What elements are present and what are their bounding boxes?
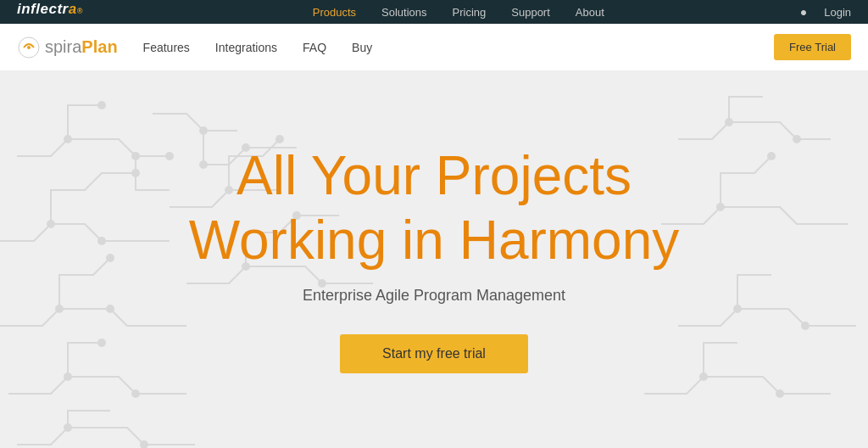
- hero-title-line1: All Your Projects: [189, 146, 680, 205]
- login-link[interactable]: Login: [824, 6, 851, 19]
- hero-subtitle: Enterprise Agile Program Management: [189, 287, 680, 305]
- search-icon[interactable]: ●: [800, 5, 807, 19]
- nav-pricing[interactable]: Pricing: [453, 6, 487, 19]
- svg-point-1: [27, 46, 31, 49]
- sub-nav-faq[interactable]: FAQ: [303, 41, 326, 54]
- svg-point-6: [98, 102, 105, 109]
- svg-point-11: [107, 305, 114, 312]
- sub-navigation: spiraPlan Features Integrations FAQ Buy …: [0, 24, 868, 71]
- hero-cta-button[interactable]: Start my free trial: [340, 334, 528, 373]
- nav-about[interactable]: About: [576, 6, 604, 19]
- svg-point-28: [717, 204, 724, 210]
- svg-point-18: [200, 127, 207, 134]
- svg-point-26: [726, 119, 732, 126]
- logo-plan-text: Plan: [81, 37, 117, 57]
- top-nav-right: ● Login: [800, 5, 851, 19]
- sub-nav-integrations[interactable]: Integrations: [215, 41, 277, 54]
- svg-point-7: [47, 221, 54, 227]
- hero-content: All Your Projects Working in Harmony Ent…: [189, 146, 680, 373]
- inflectra-logo: inflectra®: [17, 1, 83, 24]
- svg-point-12: [107, 255, 114, 261]
- svg-point-30: [734, 305, 741, 312]
- hero-section: All Your Projects Working in Harmony Ent…: [0, 71, 868, 448]
- nav-products[interactable]: Products: [313, 6, 356, 19]
- svg-point-31: [802, 322, 809, 329]
- svg-point-13: [64, 373, 71, 380]
- svg-point-33: [776, 390, 783, 397]
- svg-point-22: [276, 136, 283, 143]
- top-navigation: inflectra® Products Solutions Pricing Su…: [0, 0, 868, 24]
- logo-spira-text: spira: [45, 37, 81, 57]
- svg-point-32: [700, 373, 707, 380]
- nav-solutions[interactable]: Solutions: [381, 6, 426, 19]
- sub-nav-features[interactable]: Features: [143, 41, 190, 54]
- free-trial-button[interactable]: Free Trial: [774, 34, 851, 60]
- svg-point-16: [64, 424, 71, 431]
- hero-title-line2: Working in Harmony: [189, 210, 680, 270]
- svg-point-10: [56, 305, 63, 312]
- svg-point-8: [98, 238, 105, 244]
- svg-point-3: [64, 136, 71, 143]
- svg-point-9: [132, 170, 139, 176]
- svg-point-27: [793, 136, 800, 143]
- spiraplan-logo: spiraPlan: [17, 36, 118, 59]
- svg-point-17: [141, 441, 147, 448]
- svg-point-29: [768, 153, 775, 160]
- svg-point-15: [98, 339, 105, 346]
- top-nav-links: Products Solutions Pricing Support About: [117, 6, 800, 19]
- svg-point-4: [132, 153, 139, 160]
- spiraplan-icon: [17, 36, 41, 59]
- svg-point-5: [166, 153, 173, 160]
- nav-support[interactable]: Support: [511, 6, 550, 19]
- svg-point-14: [132, 390, 139, 397]
- sub-nav-links: Features Integrations FAQ Buy: [143, 41, 774, 54]
- sub-nav-buy[interactable]: Buy: [352, 41, 372, 54]
